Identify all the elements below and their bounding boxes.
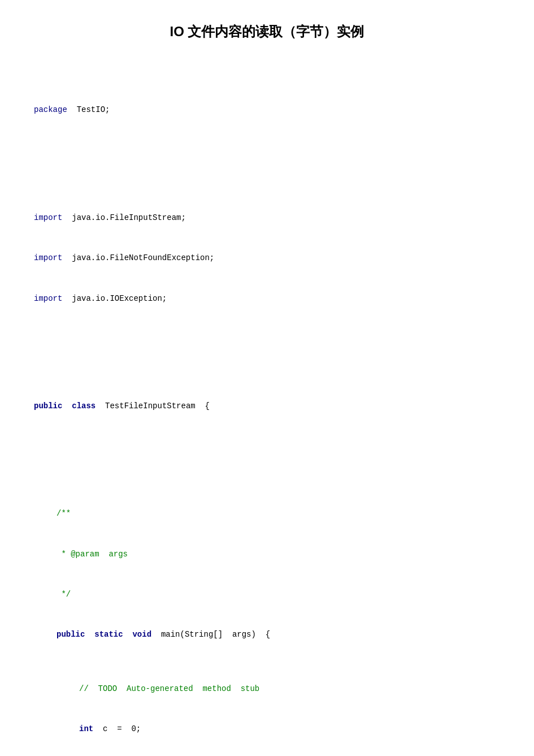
code-line-blank1	[34, 158, 500, 171]
code-line-blank2	[34, 346, 500, 360]
code-line-javadoc3: */	[34, 588, 500, 602]
code-line-package: package TestIO;	[34, 103, 500, 117]
code-line-javadoc2: * @param args	[34, 548, 500, 561]
code-line-import3: import java.io.IOException;	[34, 292, 500, 306]
code-block: package TestIO; import java.io.FileInput…	[34, 63, 500, 756]
code-line-main: public static void main(String[] args) {	[34, 628, 500, 642]
code-line-javadoc1: /**	[34, 507, 500, 521]
code-line-import1: import java.io.FileInputStream;	[34, 211, 500, 225]
code-line-class: public class TestFileInputStream {	[34, 400, 500, 413]
code-line-blank3	[34, 453, 500, 467]
code-line-todo: // TODO Auto-generated method stub	[34, 682, 500, 696]
code-line-import2: import java.io.FileNotFoundException;	[34, 252, 500, 265]
code-line-int-c: int c = 0;	[34, 723, 500, 736]
page-title: IO 文件内容的读取（字节）实例	[34, 23, 500, 41]
